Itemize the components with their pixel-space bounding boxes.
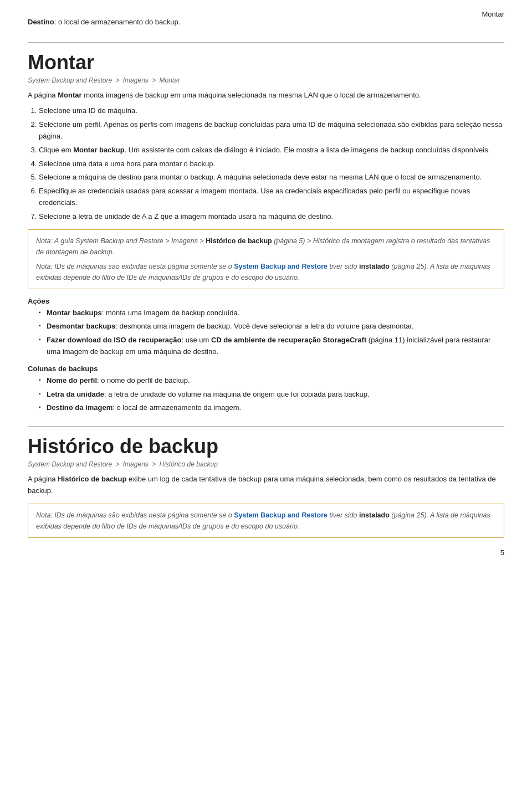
destino-line: Destino: o local de armazenamento do bac… [28, 11, 504, 38]
acoes-item-2: Desmontar backups: desmonta uma imagem d… [39, 321, 504, 332]
breadcrumb-part3: Montar [160, 76, 180, 84]
historico-section: Histórico de backup System Backup and Re… [28, 434, 504, 538]
historico-breadcrumb: System Backup and Restore > Imagens > Hi… [28, 460, 504, 468]
montar-intro-text: monta imagens de backup em uma máquina s… [82, 91, 421, 99]
colunas-list: Nome do perfil: o nome do perfil de back… [39, 375, 504, 414]
montar-note-box: Nota: A guia System Backup and Restore >… [28, 229, 504, 289]
step-3: Clique em Montar backup. Um assistente c… [39, 145, 504, 156]
montar-breadcrumb: System Backup and Restore > Imagens > Mo… [28, 76, 504, 84]
acoes-item-1-text: : monta uma imagem de backup concluída. [102, 309, 240, 317]
historico-divider [28, 426, 504, 427]
hist-breadcrumb-part2: Imagens [123, 460, 149, 468]
note1-prefix: Nota: A guia System Backup and Restore >… [36, 237, 206, 245]
montar-heading: Montar [28, 50, 504, 74]
acoes-section: Ações Montar backups: monta uma imagem d… [28, 297, 504, 358]
breadcrumb-part2: Imagens [123, 76, 149, 84]
montar-section: Montar System Backup and Restore > Image… [28, 50, 504, 289]
colunas-heading: Colunas de backups [28, 365, 504, 373]
historico-intro: A página Histórico de backup exibe um lo… [28, 474, 504, 497]
montar-intro: A página Montar monta imagens de backup … [28, 90, 504, 101]
colunas-item-3-bold: Destino da imagem [47, 403, 112, 412]
acoes-item-1-bold: Montar backups [47, 309, 102, 317]
step-6: Especifique as credenciais usadas para a… [39, 186, 504, 209]
step-7: Selecione a letra de unidade de A a Z qu… [39, 211, 504, 223]
montar-intro-bold: Montar [58, 91, 81, 99]
acoes-item-3-bold2: CD de ambiente de recuperação StorageCra… [211, 336, 366, 344]
acoes-item-2-text: : desmonta uma imagem de backup. Você de… [115, 322, 413, 330]
colunas-item-1: Nome do perfil: o nome do perfil de back… [39, 375, 504, 387]
hist-breadcrumb-part3: Histórico de backup [160, 460, 218, 468]
hist-note-bold2: instalado [359, 511, 390, 519]
page-number-bottom: 5 [500, 548, 504, 557]
step-7-text: Selecione a letra de unidade de A a Z qu… [39, 212, 333, 220]
historico-intro-prefix: A página [28, 475, 58, 483]
note1: Nota: A guia System Backup and Restore >… [36, 235, 496, 258]
hist-note-prefix: Nota: IDs de máquinas são exibidas nesta… [36, 511, 234, 519]
colunas-item-1-bold: Nome do perfil [47, 376, 97, 384]
hist-breadcrumb-part1: System Backup and Restore [28, 460, 112, 468]
step-5-text: Selecione a máquina de destino para mont… [39, 173, 482, 181]
colunas-item-3: Destino da imagem: o local de armazename… [39, 402, 504, 414]
acoes-heading: Ações [28, 297, 504, 305]
montar-divider [28, 42, 504, 43]
breadcrumb-sep1: > [115, 76, 119, 84]
step-5: Selecione a máquina de destino para mont… [39, 172, 504, 183]
historico-intro-bold: Histórico de backup [58, 475, 126, 483]
page-header-label: Montar [482, 10, 504, 18]
acoes-item-3: Fazer download do ISO de recuperação: us… [39, 335, 504, 358]
note2-bold1: System Backup and Restore [234, 263, 328, 270]
breadcrumb-sep2: > [152, 76, 156, 84]
step-4: Selecione uma data e uma hora para monta… [39, 158, 504, 170]
note1-bold: Histórico de backup [206, 237, 272, 245]
note2-middle: tiver sido [328, 263, 359, 270]
step-1: Selecione uma ID de máquina. [39, 105, 504, 117]
destino-label: Destino [28, 18, 54, 26]
hist-breadcrumb-sep1: > [115, 460, 119, 468]
hist-note-middle: tiver sido [328, 511, 359, 519]
acoes-item-3-text: : use um [181, 336, 211, 344]
step-3-text: Clique em Montar backup. Um assistente c… [39, 146, 490, 154]
note2: Nota: IDs de máquinas são exibidas nesta… [36, 261, 496, 283]
montar-steps-list: Selecione uma ID de máquina. Selecione u… [39, 105, 504, 222]
step-1-text: Selecione uma ID de máquina. [39, 106, 137, 115]
colunas-item-2: Letra da unidade: a letra de unidade do … [39, 389, 504, 401]
hist-note-bold1: System Backup and Restore [234, 511, 328, 519]
acoes-item-2-bold: Desmontar backups [47, 322, 115, 330]
note2-prefix: Nota: IDs de máquinas são exibidas nesta… [36, 263, 234, 270]
colunas-item-3-text: : o local de armazenamento da imagem. [112, 403, 241, 412]
colunas-item-1-text: : o nome do perfil de backup. [97, 376, 190, 384]
historico-note-box: Nota: IDs de máquinas são exibidas nesta… [28, 504, 504, 538]
step-2-text: Selecione um perfil. Apenas os perfis co… [39, 120, 502, 140]
colunas-item-2-bold: Letra da unidade [47, 390, 104, 398]
step-2: Selecione um perfil. Apenas os perfis co… [39, 119, 504, 142]
step-4-text: Selecione uma data e uma hora para monta… [39, 160, 215, 168]
colunas-section: Colunas de backups Nome do perfil: o nom… [28, 365, 504, 414]
step-6-text: Especifique as credenciais usadas para a… [39, 187, 470, 207]
acoes-item-3-bold: Fazer download do ISO de recuperação [47, 336, 181, 344]
destino-text: : o local de armazenamento do backup. [54, 18, 181, 26]
acoes-item-1: Montar backups: monta uma imagem de back… [39, 307, 504, 319]
acoes-list: Montar backups: monta uma imagem de back… [39, 307, 504, 358]
note2-bold2: instalado [359, 263, 390, 270]
colunas-item-2-text: : a letra de unidade do volume na máquin… [104, 390, 369, 398]
historico-heading: Histórico de backup [28, 434, 504, 458]
historico-note: Nota: IDs de máquinas são exibidas nesta… [36, 510, 496, 532]
hist-breadcrumb-sep2: > [152, 460, 156, 468]
breadcrumb-part1: System Backup and Restore [28, 76, 112, 84]
